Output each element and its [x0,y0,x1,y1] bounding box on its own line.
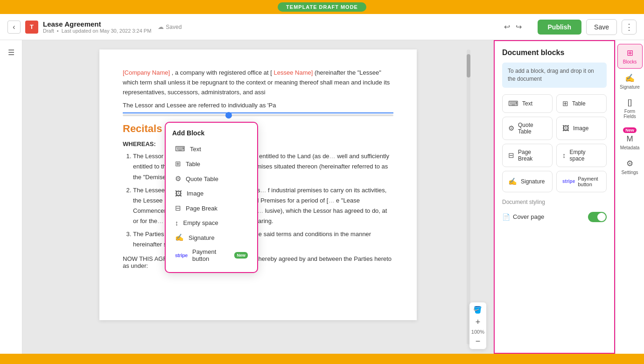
panel-hint: To add a block, drag and drop it on the … [502,63,607,88]
stripe-logo-icon: stripe [175,252,188,258]
doc-view-button[interactable]: ☰ [4,45,19,60]
blocks-grid: ⌨ Text ⊞ Table ⚙ Quote Table 🖼 Image ⊟ P… [502,94,607,192]
undo-button[interactable]: ↩ [502,21,512,33]
table-block-icon: ⊞ [562,99,568,108]
empty-block-label: Empty space [570,149,601,162]
quote-block-icon: ⚙ [508,124,514,133]
whereas-label: WHEREAS: [123,140,393,147]
doc-para1: [Company Name] , a company with register… [123,68,393,97]
block-image[interactable]: 🖼 Image [556,117,607,140]
tab-settings[interactable]: ⚙ Settings [617,155,643,179]
empty-block-icon: ↕ [562,151,566,159]
dot-separator: • [57,28,59,34]
save-button[interactable]: Save [586,19,617,35]
popup-empty-label: Empty space [183,219,218,226]
popup-item-empty[interactable]: ↕ Empty space [170,216,252,230]
last-updated: Last updated on May 30, 2022 3:24 PM [62,28,152,34]
pagebreak-icon: ⊟ [175,204,181,212]
image-block-label: Image [573,125,588,132]
text-block-label: Text [522,100,532,107]
table-icon: ⊞ [175,160,181,168]
popup-item-image[interactable]: 🖼 Image [170,186,252,201]
panel-title: Document blocks [502,49,607,57]
back-button[interactable]: ‹ [7,21,21,34]
tab-metadata[interactable]: New M Metadata [617,124,643,154]
new-badge-popup: New [234,252,248,259]
icon-sidebar: ⊞ Blocks ✍ Signature [] Form Fields New … [615,40,644,354]
cloud-icon: ☁ [158,23,164,30]
popup-payment-label: Payment button [192,248,229,262]
zoom-in-button[interactable]: + [475,316,482,328]
popup-pagebreak-label: Page Break [186,205,217,212]
popup-item-table[interactable]: ⊞ Table [170,156,252,171]
main-layout: ☰ [Company Name] , a company with regist… [0,40,644,354]
cover-page-toggle[interactable] [588,212,607,222]
draft-label: Draft [43,28,54,34]
cover-page-label: 📄 Cover page [502,213,544,221]
slider-track [123,114,393,116]
doc-scrollbar[interactable] [467,49,470,344]
pagebreak-block-label: Page Break [518,149,546,162]
form-fields-tab-label: Form Fields [619,109,641,119]
saved-indicator: ☁ Saved [158,23,182,30]
text-block-icon: ⌨ [508,99,518,108]
underline-separator [123,112,393,113]
block-signature[interactable]: ✍ Signature [502,171,553,192]
zoom-out-button[interactable]: − [475,336,482,347]
image-block-icon: 🖼 [562,124,569,132]
cover-page-icon: 📄 [502,213,510,221]
draft-mode-badge: TEMPLATE DRAFT MODE [278,2,366,12]
popup-item-quote[interactable]: ⚙ Quote Table [170,171,252,186]
company-name-field: [Company Name] [123,69,170,76]
tab-blocks[interactable]: ⊞ Blocks [617,44,643,69]
signature-block-icon: ✍ [508,177,517,186]
form-fields-tab-icon: [] [628,98,632,107]
block-empty-space[interactable]: ↕ Empty space [556,144,607,167]
popup-item-payment[interactable]: stripe Payment button New [170,245,252,266]
block-text[interactable]: ⌨ Text [502,94,553,113]
blocks-tab-icon: ⊞ [627,48,633,58]
block-quote-table[interactable]: ⚙ Quote Table [502,117,553,140]
metadata-tab-label: Metadata [620,145,640,150]
zoom-level: 100% [471,329,484,335]
header: ‹ T Lease Agreement Draft • Last updated… [0,14,644,40]
paint-bucket-button[interactable]: 🪣 [472,304,483,315]
doc-para2: The Lessor and Lessee are referred to in… [123,102,393,109]
blocks-tab-label: Blocks [623,59,637,64]
doc-page: [Company Name] , a company with register… [99,49,417,320]
scrollbar-thumb[interactable] [467,54,470,77]
popup-item-pagebreak[interactable]: ⊟ Page Break [170,201,252,216]
popup-signature-label: Signature [189,234,215,241]
left-sidebar: ☰ [0,40,22,354]
settings-tab-icon: ⚙ [626,159,633,168]
metadata-tab-icon: M [626,134,633,144]
more-button[interactable]: ⋮ [622,20,637,35]
bottom-bar [0,354,644,364]
redo-button[interactable]: ↪ [514,21,524,33]
block-table[interactable]: ⊞ Table [556,94,607,113]
tab-signature[interactable]: ✍ Signature [617,70,643,93]
toggle-knob [597,213,606,221]
stripe-block-icon: stripe [562,179,575,184]
quote-icon: ⚙ [175,175,181,183]
block-page-break[interactable]: ⊟ Page Break [502,144,553,167]
popup-item-text[interactable]: ⌨ Text [170,141,252,156]
doc-icon: T [25,21,38,34]
payment-block-label: Payment button [578,176,601,187]
signature-tab-icon: ✍ [625,73,635,83]
doc-info: Lease Agreement Draft • Last updated on … [43,20,151,34]
new-badge-metadata: New [623,127,637,133]
empty-icon: ↕ [175,219,179,227]
tab-form-fields[interactable]: [] Form Fields [617,94,643,123]
text-icon: ⌨ [175,145,185,153]
table-block-label: Table [572,100,586,107]
doc-list: The Lessor is the sole owner and is abso… [123,151,393,250]
lessee-name-field: Lessee Name] [274,69,313,76]
signature-icon: ✍ [175,233,184,242]
slider-dot [225,112,232,119]
block-payment[interactable]: stripe Payment button [556,171,607,192]
publish-button[interactable]: Publish [538,20,582,35]
zoom-controls: 🪣 + 100% − [469,302,486,349]
doc-styling-label: Document styling [502,199,607,205]
popup-item-signature[interactable]: ✍ Signature [170,230,252,245]
